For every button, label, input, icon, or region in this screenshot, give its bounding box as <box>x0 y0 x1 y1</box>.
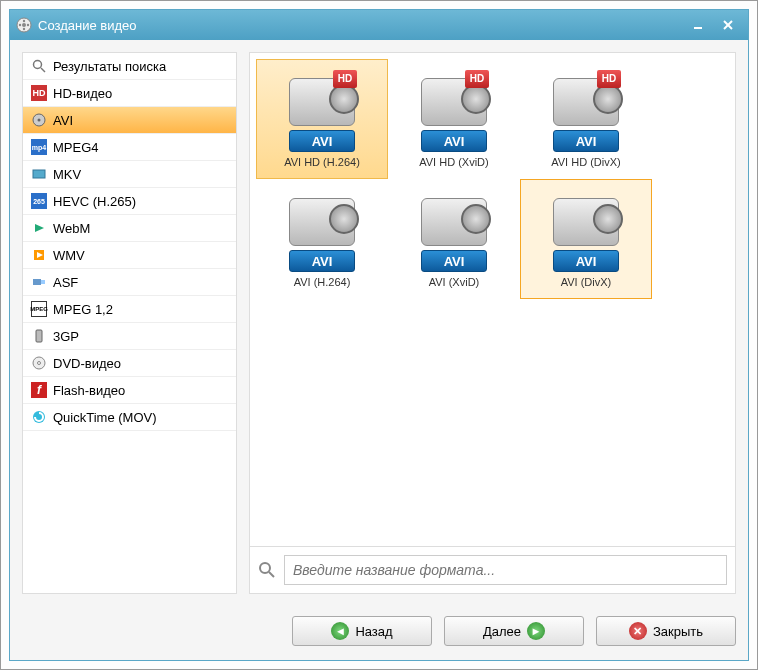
sidebar-item-label: AVI <box>53 113 73 128</box>
back-button[interactable]: ◄ Назад <box>292 616 432 646</box>
svg-point-2 <box>19 24 21 26</box>
sidebar-item[interactable]: QuickTime (MOV) <box>23 404 236 431</box>
format-thumb[interactable]: AVIHDAVI HD (H.264) <box>256 59 388 179</box>
close-icon: ✕ <box>629 622 647 640</box>
sidebar-item-label: HEVC (H.265) <box>53 194 136 209</box>
format-label: AVI HD (DivX) <box>551 156 620 168</box>
camcorder-icon: AVIHD <box>413 70 495 152</box>
hd-badge: HD <box>597 70 621 88</box>
sidebar-item-label: HD-видео <box>53 86 112 101</box>
content-panel: AVIHDAVI HD (H.264)AVIHDAVI HD (XviD)AVI… <box>249 52 736 594</box>
sidebar-item-label: WebM <box>53 221 90 236</box>
reel-icon <box>31 112 47 128</box>
back-label: Назад <box>355 624 392 639</box>
format-badge: AVI <box>553 250 619 272</box>
hd-badge: HD <box>333 70 357 88</box>
svg-line-10 <box>41 68 45 72</box>
close-button[interactable] <box>714 16 742 34</box>
sidebar-item-label: MPEG 1,2 <box>53 302 113 317</box>
format-grid: AVIHDAVI HD (H.264)AVIHDAVI HD (XviD)AVI… <box>250 53 735 546</box>
sidebar-item[interactable]: 265HEVC (H.265) <box>23 188 236 215</box>
hd-badge: HD <box>465 70 489 88</box>
format-thumb[interactable]: AVIHDAVI HD (DivX) <box>520 59 652 179</box>
format-label: AVI (DivX) <box>561 276 612 288</box>
svg-line-24 <box>269 572 274 577</box>
svg-point-3 <box>27 24 29 26</box>
camcorder-icon: AVI <box>281 190 363 272</box>
arrow-left-icon: ◄ <box>331 622 349 640</box>
webm-icon <box>31 220 47 236</box>
search-icon <box>258 561 276 579</box>
search-icon <box>31 58 47 74</box>
camcorder-icon: AVIHD <box>545 70 627 152</box>
footer: ◄ Назад Далее ► ✕ Закрыть <box>10 606 748 660</box>
close-footer-button[interactable]: ✕ Закрыть <box>596 616 736 646</box>
wmv-icon <box>31 247 47 263</box>
sidebar-item[interactable]: MKV <box>23 161 236 188</box>
format-label: AVI (H.264) <box>294 276 351 288</box>
sidebar-item-label: 3GP <box>53 329 79 344</box>
minimize-button[interactable] <box>684 16 712 34</box>
camcorder-icon: AVI <box>545 190 627 272</box>
sidebar-item[interactable]: DVD-видео <box>23 350 236 377</box>
format-badge: AVI <box>289 130 355 152</box>
format-label: AVI HD (XviD) <box>419 156 488 168</box>
format-label: AVI (XviD) <box>429 276 480 288</box>
format-badge: AVI <box>421 130 487 152</box>
app-icon <box>16 17 32 33</box>
svg-rect-19 <box>36 330 42 342</box>
window-title: Создание видео <box>38 18 136 33</box>
mpeg-icon: MPEG <box>31 301 47 317</box>
svg-rect-18 <box>41 280 45 284</box>
window-frame: Создание видео Результаты поискаHDHD-вид… <box>9 9 749 661</box>
format-thumb[interactable]: AVIAVI (H.264) <box>256 179 388 299</box>
svg-marker-14 <box>35 224 44 232</box>
sidebar-item[interactable]: HDHD-видео <box>23 80 236 107</box>
flash-icon: f <box>31 382 47 398</box>
svg-point-5 <box>23 28 25 30</box>
sidebar-item[interactable]: WebM <box>23 215 236 242</box>
format-thumb[interactable]: AVIAVI (XviD) <box>388 179 520 299</box>
sidebar-item[interactable]: ASF <box>23 269 236 296</box>
sidebar: Результаты поискаHDHD-видеоAVImp4MPEG4MK… <box>22 52 237 594</box>
camcorder-icon: AVI <box>413 190 495 272</box>
next-button[interactable]: Далее ► <box>444 616 584 646</box>
sidebar-item[interactable]: WMV <box>23 242 236 269</box>
format-badge: AVI <box>289 250 355 272</box>
svg-point-4 <box>23 20 25 22</box>
qt-icon <box>31 409 47 425</box>
svg-point-12 <box>38 119 41 122</box>
sidebar-item[interactable]: AVI <box>23 107 236 134</box>
format-thumb[interactable]: AVIAVI (DivX) <box>520 179 652 299</box>
sidebar-item-label: Результаты поиска <box>53 59 166 74</box>
search-row <box>250 546 735 593</box>
format-thumb[interactable]: AVIHDAVI HD (XviD) <box>388 59 520 179</box>
svg-point-21 <box>38 362 41 365</box>
format-badge: AVI <box>553 130 619 152</box>
sidebar-item[interactable]: Результаты поиска <box>23 53 236 80</box>
sidebar-item-label: MPEG4 <box>53 140 99 155</box>
svg-rect-17 <box>33 279 41 285</box>
sidebar-item-label: MKV <box>53 167 81 182</box>
sidebar-item[interactable]: fFlash-видео <box>23 377 236 404</box>
sidebar-item-label: ASF <box>53 275 78 290</box>
hd-icon: HD <box>31 85 47 101</box>
sidebar-item-label: Flash-видео <box>53 383 125 398</box>
next-label: Далее <box>483 624 521 639</box>
asf-icon <box>31 274 47 290</box>
sidebar-item[interactable]: mp4MPEG4 <box>23 134 236 161</box>
svg-point-23 <box>260 563 270 573</box>
close-label: Закрыть <box>653 624 703 639</box>
svg-point-9 <box>34 61 42 69</box>
camcorder-icon: AVIHD <box>281 70 363 152</box>
sidebar-item[interactable]: MPEGMPEG 1,2 <box>23 296 236 323</box>
format-label: AVI HD (H.264) <box>284 156 360 168</box>
search-input[interactable] <box>284 555 727 585</box>
mkv-icon <box>31 166 47 182</box>
svg-rect-13 <box>33 170 45 178</box>
mp4-icon: mp4 <box>31 139 47 155</box>
dvd-icon <box>31 355 47 371</box>
sidebar-item[interactable]: 3GP <box>23 323 236 350</box>
titlebar[interactable]: Создание видео <box>10 10 748 40</box>
arrow-right-icon: ► <box>527 622 545 640</box>
